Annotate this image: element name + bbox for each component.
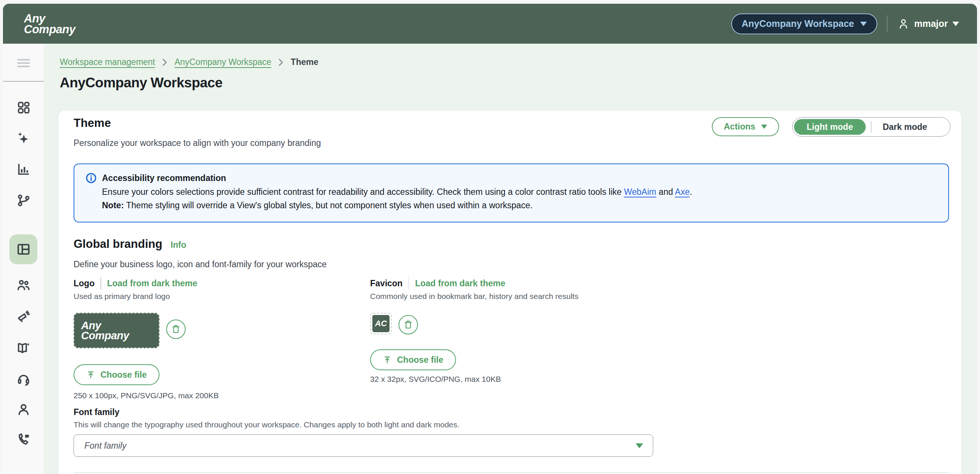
sidebar-divider: [3, 81, 44, 82]
global-branding-title: Global branding: [73, 237, 162, 251]
info-icon: [86, 173, 97, 184]
users-icon: [16, 278, 31, 293]
chevron-right-icon: [162, 58, 168, 67]
menu-toggle-button[interactable]: [3, 55, 44, 71]
alert-line1-prefix: Ensure your colors selections provide su…: [102, 187, 624, 197]
hamburger-icon: [17, 57, 30, 70]
logo-choose-file-label: Choose file: [100, 370, 147, 380]
logo-file-hint: 250 x 100px, PNG/SVG/JPG, max 200KB: [73, 391, 361, 400]
upload-icon: [383, 355, 392, 364]
sidebar-item-dashboard[interactable]: [3, 99, 44, 116]
grid-icon: [16, 100, 31, 115]
sidebar-item-announcements[interactable]: [3, 308, 44, 325]
theme-card-subtitle: Personalize your workspace to align with…: [73, 138, 321, 148]
favicon-choose-file-label: Choose file: [397, 355, 443, 365]
logo-description: Used as primary brand logo: [73, 292, 361, 301]
sidebar-item-workspaces-selected[interactable]: [10, 235, 37, 264]
sidebar-item-users[interactable]: [3, 277, 44, 293]
upload-icon: [86, 370, 95, 379]
chevron-down-icon: [636, 443, 643, 448]
book-sparkle-icon: [16, 340, 31, 355]
logo-delete-button[interactable]: [166, 319, 186, 339]
mode-toggle: Light mode Dark mode: [792, 117, 950, 136]
breadcrumb-current: Theme: [291, 57, 318, 67]
sidebar-item-analytics[interactable]: [3, 161, 44, 178]
breadcrumb-anycompany-workspace[interactable]: AnyCompany Workspace: [174, 57, 271, 67]
label-divider: [409, 277, 409, 290]
logo-preview: Any Company: [73, 313, 159, 348]
favicon-description: Commonly used in bookmark bar, history a…: [370, 292, 930, 301]
header-divider: [887, 15, 888, 32]
axe-link[interactable]: Axe: [675, 187, 690, 197]
workspace-selector-button[interactable]: AnyCompany Workspace: [731, 13, 877, 34]
logo-section: Logo Load from dark theme Used as primar…: [73, 278, 361, 400]
favicon-preview: AC: [372, 315, 390, 332]
favicon-preview-text: AC: [375, 319, 387, 328]
light-mode-label: Light mode: [807, 122, 853, 132]
logo-preview-line2: Company: [81, 331, 159, 341]
alert-note-label: Note:: [102, 200, 124, 210]
chevron-down-icon: [761, 125, 767, 129]
sidebar-item-profile[interactable]: [3, 401, 44, 418]
sparkles-icon: [16, 131, 31, 146]
bar-chart-icon: [16, 162, 31, 177]
favicon-preview-frame: AC: [370, 313, 392, 334]
font-family-placeholder: Font family: [84, 441, 126, 451]
logo-choose-file-button[interactable]: Choose file: [73, 364, 159, 385]
trash-icon: [172, 324, 180, 334]
logo-load-from-dark-theme-link[interactable]: Load from dark theme: [107, 278, 197, 289]
favicon-label: Favicon: [370, 278, 402, 289]
alert-line1-suffix: .: [690, 187, 692, 197]
user-menu-label: mmajor: [914, 18, 948, 29]
dark-mode-button[interactable]: Dark mode: [876, 122, 934, 132]
sidebar: [3, 44, 44, 474]
brand-logo: Any Company: [24, 13, 75, 35]
headset-icon: [16, 372, 31, 387]
logo-preview-line1: Any: [81, 320, 159, 331]
favicon-file-hint: 32 x 32px, SVG/ICO/PNG, max 10KB: [370, 375, 930, 384]
theme-card: Theme Personalize your workspace to alig…: [58, 110, 962, 474]
chevron-down-icon: [860, 22, 867, 26]
favicon-section: Favicon Load from dark theme Commonly us…: [370, 278, 930, 384]
theme-card-title: Theme: [73, 116, 111, 130]
sidebar-item-assistant[interactable]: [3, 130, 44, 147]
favicon-delete-button[interactable]: [398, 315, 418, 334]
chevron-down-icon: [952, 22, 959, 26]
global-branding-info-link[interactable]: Info: [171, 240, 186, 250]
alert-line1-mid: and: [656, 187, 675, 197]
light-mode-button[interactable]: Light mode: [794, 119, 866, 135]
mode-toggle-divider: [871, 121, 872, 133]
sidebar-item-support[interactable]: [3, 371, 44, 387]
brand-logo-line1: Any: [24, 13, 75, 24]
sidebar-item-contact[interactable]: [3, 431, 44, 448]
font-family-description: This will change the typography used thr…: [73, 420, 653, 429]
chevron-right-icon: [278, 58, 284, 67]
card-section-divider: [73, 472, 949, 473]
accessibility-alert: Accessibility recommendation Ensure your…: [73, 163, 949, 222]
font-family-select[interactable]: Font family: [73, 434, 653, 457]
breadcrumb-workspace-management[interactable]: Workspace management: [60, 57, 155, 67]
actions-button[interactable]: Actions: [712, 117, 779, 136]
layout-icon: [16, 242, 31, 257]
app-root: Any Company AnyCompany Workspace mmajor: [0, 0, 980, 474]
brand-logo-line2: Company: [24, 24, 75, 35]
trash-icon: [404, 320, 413, 330]
webaim-link[interactable]: WebAim: [624, 187, 657, 197]
sidebar-item-learning[interactable]: [3, 340, 44, 356]
actions-button-label: Actions: [724, 122, 755, 132]
workspace-selector-label: AnyCompany Workspace: [742, 18, 854, 29]
megaphone-icon: [16, 309, 31, 324]
favicon-choose-file-button[interactable]: Choose file: [370, 349, 456, 370]
user-menu-button[interactable]: mmajor: [897, 17, 959, 30]
breadcrumb: Workspace management AnyCompany Workspac…: [60, 57, 318, 67]
global-branding-header: Global branding Info: [73, 237, 186, 251]
content-area: Workspace management AnyCompany Workspac…: [44, 44, 977, 474]
sidebar-item-pipelines[interactable]: [3, 192, 44, 209]
alert-body: Ensure your colors selections provide su…: [102, 185, 937, 212]
header-right: AnyCompany Workspace mmajor: [731, 13, 959, 34]
dark-mode-label: Dark mode: [883, 122, 927, 132]
label-divider: [100, 277, 101, 290]
favicon-load-from-dark-theme-link[interactable]: Load from dark theme: [415, 278, 505, 289]
global-branding-description: Define your business logo, icon and font…: [73, 259, 327, 269]
user-icon: [897, 17, 910, 30]
